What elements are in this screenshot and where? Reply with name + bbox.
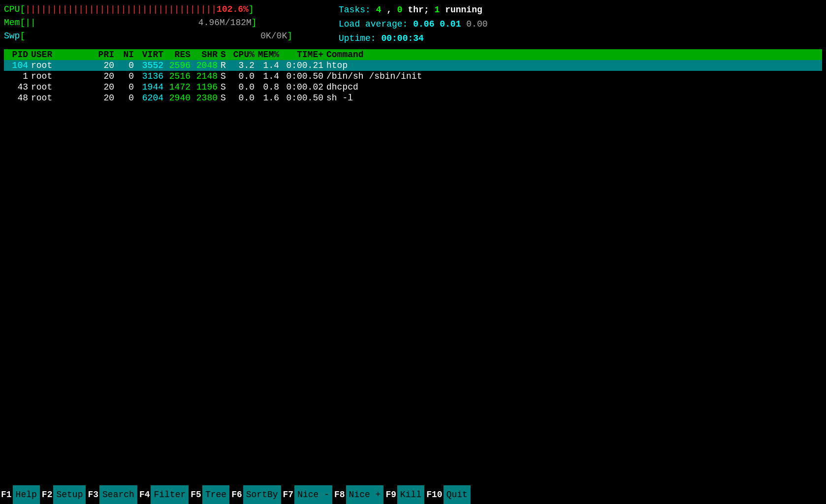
f8-key: F8 xyxy=(333,490,346,500)
uptime-row: Uptime: 00:00:34 xyxy=(339,32,822,46)
col-header-time: TIME+ xyxy=(282,50,326,60)
cpu-label: CPU xyxy=(4,3,20,16)
cell-ni: 0 xyxy=(117,61,137,70)
cell-res: 2596 xyxy=(166,61,193,70)
table-row[interactable]: 104 root 20 0 3552 2596 2048 R 3.2 1.4 0… xyxy=(4,60,822,71)
f6-label[interactable]: SortBy xyxy=(243,485,281,504)
swp-bracket-close: ] xyxy=(287,30,292,43)
f4-label[interactable]: Filter xyxy=(151,485,189,504)
tasks-running-label: running xyxy=(445,5,482,15)
header: CPU [ ||||||||||||||||||||||||||||||||||… xyxy=(4,3,822,45)
cell-time: 0:00.50 xyxy=(282,93,326,103)
cell-virt: 3136 xyxy=(137,71,166,81)
table-row[interactable]: 48 root 20 0 6204 2940 2380 S 0.0 1.6 0:… xyxy=(4,93,822,103)
mem-value: 4.96M/182M xyxy=(36,16,252,30)
cell-pri: 20 xyxy=(90,61,117,70)
cell-user: root xyxy=(31,82,90,92)
footer-f9[interactable]: F9 Kill xyxy=(384,485,425,504)
cell-ni: 0 xyxy=(117,71,137,81)
cell-pid: 1 xyxy=(4,71,31,81)
f7-label[interactable]: Nice - xyxy=(294,485,332,504)
cell-cpu: 3.2 xyxy=(230,61,257,70)
mem-bracket-close: ] xyxy=(252,16,257,30)
cell-pid: 48 xyxy=(4,93,31,103)
footer-f10[interactable]: F10 Quit xyxy=(425,485,472,504)
tasks-label: Tasks: xyxy=(339,5,376,15)
f6-key: F6 xyxy=(230,490,243,500)
tasks-row: Tasks: 4 , 0 thr; 1 running xyxy=(339,3,822,17)
tasks-running: 1 xyxy=(435,5,440,15)
cpu-percent: 102.6% xyxy=(217,3,249,16)
footer-f8[interactable]: F8 Nice + xyxy=(333,485,384,504)
footer-f5[interactable]: F5 Tree xyxy=(190,485,230,504)
cell-ni: 0 xyxy=(117,93,137,103)
cell-cmd: htop xyxy=(326,61,822,70)
col-header-shr: SHR xyxy=(193,50,221,60)
f2-label[interactable]: Setup xyxy=(53,485,86,504)
col-header-pri: PRI xyxy=(90,50,117,60)
cell-cmd: sh -l xyxy=(326,93,822,103)
cell-mem: 1.6 xyxy=(257,93,282,103)
cell-user: root xyxy=(31,61,90,70)
col-header-s: S xyxy=(221,50,230,60)
col-header-ni: NI xyxy=(117,50,137,60)
cell-s: S xyxy=(221,93,230,103)
header-right: Tasks: 4 , 0 thr; 1 running Load average… xyxy=(329,3,822,45)
footer-f2[interactable]: F2 Setup xyxy=(41,485,87,504)
footer-f7[interactable]: F7 Nice - xyxy=(282,485,333,504)
f1-key: F1 xyxy=(0,490,13,500)
cell-cpu: 0.0 xyxy=(230,93,257,103)
mem-bar-fill: || xyxy=(25,16,36,30)
cell-cmd: /bin/sh /sbin/init xyxy=(326,71,822,81)
swp-row: Swp [ 0K/0K ] xyxy=(4,30,329,43)
tasks-count: 4 xyxy=(376,5,381,15)
f5-key: F5 xyxy=(190,490,202,500)
table-row[interactable]: 1 root 20 0 3136 2516 2148 S 0.0 1.4 0:0… xyxy=(4,71,822,82)
uptime-value: 00:00:34 xyxy=(381,33,423,43)
f3-label[interactable]: Search xyxy=(99,485,137,504)
col-header-res: RES xyxy=(166,50,193,60)
footer: F1 Help F2 Setup F3 Search F4 Filter F5 … xyxy=(0,485,826,504)
cell-s: R xyxy=(221,61,230,70)
cell-virt: 1944 xyxy=(137,82,166,92)
swp-value: 0K/0K xyxy=(25,30,287,43)
load15: 0.00 xyxy=(466,19,487,29)
f1-label[interactable]: Help xyxy=(13,485,40,504)
cell-res: 2940 xyxy=(166,93,193,103)
cell-user: root xyxy=(31,71,90,81)
cell-cpu: 0.0 xyxy=(230,71,257,81)
tasks-thr-label: thr; xyxy=(408,5,434,15)
table-header: PID USER PRI NI VIRT RES SHR S CPU% MEM%… xyxy=(4,49,822,60)
footer-f4[interactable]: F4 Filter xyxy=(138,485,190,504)
load-row: Load average: 0.06 0.01 0.00 xyxy=(339,17,822,32)
cell-cpu: 0.0 xyxy=(230,82,257,92)
cell-mem: 0.8 xyxy=(257,82,282,92)
cell-virt: 3552 xyxy=(137,61,166,70)
f10-label[interactable]: Quit xyxy=(444,485,471,504)
f9-label[interactable]: Kill xyxy=(397,485,424,504)
cell-pid: 43 xyxy=(4,82,31,92)
f5-label[interactable]: Tree xyxy=(202,485,229,504)
cell-shr: 2048 xyxy=(193,61,221,70)
cell-shr: 2380 xyxy=(193,93,221,103)
f8-label[interactable]: Nice + xyxy=(346,485,384,504)
cell-cmd: dhcpcd xyxy=(326,82,822,92)
footer-f3[interactable]: F3 Search xyxy=(87,485,138,504)
mem-label: Mem xyxy=(4,16,20,30)
cpu-bracket-close: ] xyxy=(249,3,254,16)
table-row[interactable]: 43 root 20 0 1944 1472 1196 S 0.0 0.8 0:… xyxy=(4,82,822,93)
load1: 0.06 xyxy=(413,19,434,29)
col-header-pid: PID xyxy=(4,50,31,60)
col-header-cmd: Command xyxy=(326,50,822,60)
cell-pri: 20 xyxy=(90,71,117,81)
footer-f1[interactable]: F1 Help xyxy=(0,485,41,504)
footer-f6[interactable]: F6 SortBy xyxy=(230,485,282,504)
cpu-bar-fill: |||||||||||||||||||||||||||||||||||| xyxy=(25,3,217,16)
cell-pid: 104 xyxy=(4,61,31,70)
cell-user: root xyxy=(31,93,90,103)
cell-res: 2516 xyxy=(166,71,193,81)
cell-s: S xyxy=(221,82,230,92)
load-label: Load average: xyxy=(339,19,413,29)
cpu-row: CPU [ ||||||||||||||||||||||||||||||||||… xyxy=(4,3,329,16)
f4-key: F4 xyxy=(138,490,151,500)
